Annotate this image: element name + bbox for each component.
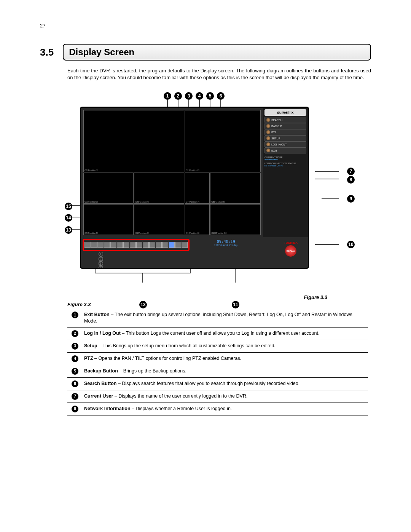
legend-number: 6 [72, 380, 78, 387]
legend-row: 8Network Information – Displays whether … [67, 403, 368, 415]
layout-button[interactable] [117, 242, 123, 248]
legend-row: 5Backup Button – Brings up the Backup op… [67, 365, 368, 377]
legend-text: Current User – Displays the name of the … [83, 390, 368, 403]
callout: 6 [217, 92, 225, 100]
callout: 2 [174, 92, 182, 100]
video-cell: C10[Position10] [210, 204, 261, 235]
setup-button[interactable]: SETUP [264, 135, 306, 141]
video-cell: C3[Position3] [83, 173, 134, 204]
figure-caption-2: Figure 3.3 [67, 302, 371, 307]
button-icon [266, 124, 270, 128]
layout-button[interactable] [110, 242, 116, 248]
legend-number: 5 [72, 368, 78, 375]
dvr-sidebar: surveillix SEARCHBACKUPPTZSETUPLOG IN/OU… [263, 108, 308, 237]
callout: 7 [347, 168, 355, 175]
legend-number: 4 [72, 355, 78, 362]
callout: 13 [65, 226, 72, 234]
layout-button[interactable] [169, 242, 175, 248]
backup-button[interactable]: BACKUP [264, 123, 306, 129]
clock: 09:40:19 2002/05/31 Friday [214, 240, 237, 246]
legend-row: 7Current User – Displays the name of the… [67, 390, 368, 403]
legend-number: 3 [72, 343, 78, 350]
legend-number: 7 [72, 393, 78, 400]
button-icon [266, 142, 270, 146]
indicator-dot: 1 [99, 257, 103, 262]
indicator-dot: 3 [99, 266, 103, 269]
callout: 10 [347, 241, 355, 248]
layout-button[interactable] [162, 242, 168, 248]
exit-button[interactable]: EXIT [264, 147, 306, 153]
video-cell: C8[Position8] [210, 173, 261, 204]
legend-number: 1 [72, 312, 78, 318]
section-header: 3.5 Display Screen [40, 44, 371, 61]
indicator-dot: 2 [99, 262, 103, 266]
video-cell: C2[Position2] [185, 110, 261, 172]
layout-button[interactable] [97, 242, 104, 248]
section-title: Display Screen [63, 44, 371, 61]
dvr-bottom-bar: 09:40:19 2002/05/31 Friday TOSHIBA REPLA… [81, 237, 308, 264]
relay-row: RELAY 12345678910111213141516 [84, 257, 103, 269]
video-cell: C9[Position9] [185, 204, 210, 235]
legend-text: Log In / Log Out – This button Logs the … [83, 327, 368, 340]
legend-text: PTZ – Opens the PAN / TILT options for c… [83, 352, 368, 365]
video-cell: C7[Position7] [185, 173, 210, 204]
legend-row: 3Setup – This Brings up the setup menu f… [67, 340, 368, 352]
layout-button[interactable] [91, 242, 97, 248]
layout-button[interactable] [149, 242, 155, 248]
diagram: 123456 [72, 92, 339, 290]
button-icon [266, 118, 270, 122]
callout: 12 [139, 301, 147, 308]
section-number: 3.5 [40, 46, 54, 58]
video-cell: C5[Position5] [83, 204, 134, 235]
layout-button[interactable] [104, 242, 110, 248]
legend-text: Network Information – Displays whether a… [83, 403, 368, 415]
callout: 9 [347, 195, 355, 203]
ptz-button[interactable]: PTZ [264, 129, 306, 135]
button-icon [266, 149, 270, 152]
layout-button[interactable] [123, 242, 129, 248]
video-cell: C6[Position6] [134, 204, 184, 235]
button-icon [266, 130, 270, 134]
legend-number: 2 [72, 330, 78, 337]
layout-button[interactable] [136, 242, 142, 248]
legend-text: Setup – This Brings up the setup menu fr… [83, 340, 368, 352]
legend-table: 1Exit Button – The exit button brings up… [67, 309, 368, 415]
layout-button[interactable] [156, 242, 162, 248]
video-cell: C1[Position1] [83, 110, 184, 172]
legend-row: 2Log In / Log Out – This button Logs the… [67, 327, 368, 340]
callout: 1 [164, 92, 171, 100]
search-button[interactable]: SEARCH [264, 117, 306, 123]
layout-button[interactable] [175, 242, 181, 248]
layout-button[interactable] [182, 242, 188, 248]
layout-button[interactable] [130, 242, 136, 248]
top-callouts: 123456 [164, 92, 225, 100]
callout: 15 [65, 203, 72, 210]
legend-text: Search Button – Displays search features… [83, 377, 368, 390]
callout: 3 [185, 92, 193, 100]
callout: 8 [347, 176, 355, 184]
log-in-out-button[interactable]: LOG IN/OUT [264, 141, 306, 147]
figure-caption: Figure 3.3 [304, 294, 327, 300]
replay-area: TOSHIBA REPLAY [277, 239, 304, 258]
legend-row: 1Exit Button – The exit button brings up… [67, 309, 368, 327]
replay-button[interactable]: REPLAY [285, 245, 296, 257]
callout: 5 [206, 92, 214, 100]
current-user-value: administrator [264, 158, 306, 161]
callout: 14 [65, 214, 72, 222]
button-icon [266, 136, 270, 140]
legend-row: 4PTZ – Opens the PAN / TILT options for … [67, 352, 368, 365]
page-number: 27 [40, 23, 371, 29]
layout-button[interactable] [84, 242, 91, 248]
intro-paragraph: Each time the DVR is restarted, the prog… [67, 67, 371, 81]
video-cell: C4[Position4] [134, 173, 184, 204]
legend-number: 8 [72, 406, 78, 412]
layout-button[interactable] [143, 242, 149, 248]
legend-text: Backup Button – Brings up the Backup opt… [83, 365, 368, 377]
conn-status-value: No Remote Users [264, 165, 306, 167]
surveillix-logo: surveillix [264, 109, 306, 116]
layout-toolbar[interactable] [83, 239, 190, 251]
video-grid: C1[Position1] C2[Position2] C3[Position3… [83, 110, 261, 235]
legend-text: Exit Button – The exit button brings up … [83, 309, 368, 327]
toshiba-brand: TOSHIBA [284, 241, 298, 244]
indicator-dot: 1 [99, 252, 103, 256]
